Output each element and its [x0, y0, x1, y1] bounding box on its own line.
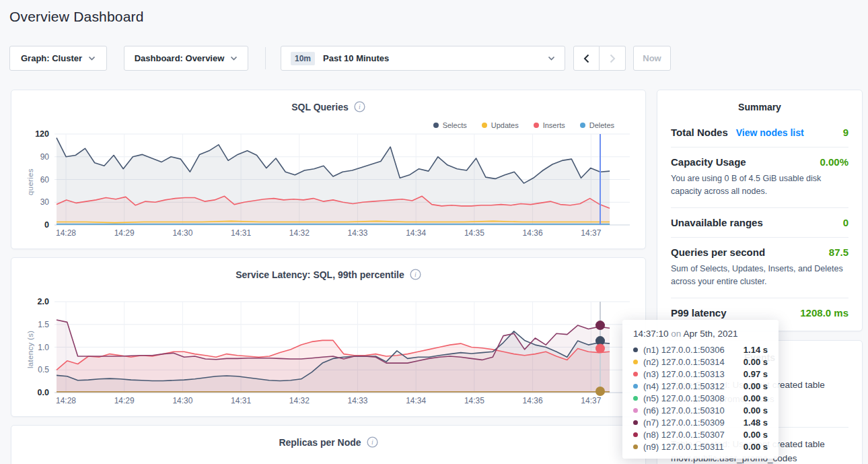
chevron-down-icon [88, 56, 96, 61]
summary-label: Queries per second [671, 246, 765, 258]
summary-value: 9 [843, 127, 848, 138]
tooltip-node-label: (n6) 127.0.0.1:50310 [643, 405, 744, 416]
tooltip-date: Apr 5th, 2021 [683, 329, 737, 339]
next-time-button[interactable] [600, 46, 626, 71]
tooltip-node-value: 1.48 s [744, 418, 768, 428]
tooltip-on: on [671, 329, 681, 339]
info-icon[interactable]: i [354, 101, 365, 112]
legend-item-deletes[interactable]: Deletes [580, 121, 614, 129]
view-nodes-list-link[interactable]: View nodes list [736, 127, 804, 138]
svg-text:i: i [371, 438, 373, 446]
time-range-label: Past 10 Minutes [323, 53, 540, 63]
tooltip-node-value: 0.00 s [744, 381, 768, 391]
svg-text:14:31: 14:31 [231, 228, 251, 238]
info-icon[interactable]: i [367, 436, 378, 448]
series-color-dot [633, 444, 638, 449]
summary-description: Sum of Selects, Updates, Inserts, and De… [671, 263, 848, 289]
svg-text:14:35: 14:35 [464, 228, 484, 238]
tooltip-node-row: (n4) 127.0.0.1:503120.00 s [633, 380, 768, 392]
legend-item-selects[interactable]: Selects [433, 121, 467, 129]
tooltip-node-row: (n8) 127.0.0.1:503070.00 s [633, 428, 768, 440]
series-color-dot [633, 347, 638, 352]
svg-text:14:28: 14:28 [56, 396, 76, 405]
series-color-dot [633, 360, 638, 364]
series-color-dot [633, 372, 638, 376]
svg-text:i: i [414, 271, 417, 278]
chart-title: Replicas per Node [279, 437, 361, 448]
svg-text:14:37: 14:37 [581, 396, 601, 405]
series-color-dot [433, 123, 439, 128]
dashboard-selector-dropdown[interactable]: Dashboard: Overview [124, 46, 248, 71]
dashboard-selector-label: Dashboard: Overview [135, 53, 225, 63]
latency-chart-card: Service Latency: SQL, 99th percentile i … [11, 257, 646, 417]
svg-text:14:28: 14:28 [56, 228, 76, 238]
svg-text:14:35: 14:35 [464, 396, 484, 405]
chart-legend: SelectsUpdatesInsertsDeletes [433, 121, 614, 129]
legend-item-inserts[interactable]: Inserts [534, 121, 565, 129]
overview-dashboard-page: Overview Dashboard Graph: Cluster Dashbo… [0, 0, 868, 464]
svg-text:14:33: 14:33 [347, 228, 367, 238]
chart-hover-tooltip: 14:37:10 on Apr 5th, 2021 (n1) 127.0.0.1… [622, 320, 779, 459]
svg-text:60: 60 [40, 175, 50, 185]
summary-label: P99 latency [671, 307, 727, 319]
summary-row-capacity: Capacity Usage 0.00% You are using 0 B o… [671, 147, 848, 208]
graph-selector-label: Graph: Cluster [21, 53, 82, 63]
svg-text:0.5: 0.5 [38, 365, 49, 374]
summary-label: Unavailable ranges [671, 217, 763, 228]
tooltip-node-label: (n2) 127.0.0.1:50314 [643, 357, 744, 367]
svg-text:120: 120 [35, 129, 49, 139]
svg-text:1.5: 1.5 [38, 320, 49, 329]
tooltip-node-row: (n9) 127.0.0.1:503110.00 s [633, 440, 768, 453]
tooltip-node-row: (n2) 127.0.0.1:503140.00 s [633, 356, 768, 368]
tooltip-node-value: 0.00 s [744, 430, 768, 440]
now-button[interactable]: Now [633, 46, 671, 71]
svg-text:14:34: 14:34 [406, 396, 426, 405]
summary-value: 0 [843, 217, 848, 228]
summary-label: Total Nodes [671, 127, 728, 138]
svg-text:14:36: 14:36 [523, 228, 543, 238]
summary-label: Capacity Usage [671, 156, 746, 168]
series-color-dot [633, 408, 638, 413]
tooltip-node-label: (n4) 127.0.0.1:50312 [643, 381, 744, 391]
arrow-right-icon [610, 54, 616, 63]
summary-value: 0.00% [820, 156, 848, 168]
info-icon[interactable]: i [410, 269, 421, 280]
summary-row-qps: Queries per second 87.5 Sum of Selects, … [671, 238, 848, 298]
svg-text:14:32: 14:32 [289, 396, 310, 405]
svg-text:1.0: 1.0 [38, 343, 49, 352]
sql-queries-chart-card: SQL Queries i SelectsUpdatesInsertsDelet… [11, 90, 646, 249]
sql-queries-chart[interactable]: 14:2814:2914:3014:3114:3214:3314:3414:35… [22, 129, 635, 240]
svg-text:14:34: 14:34 [406, 228, 426, 238]
summary-panel: Summary Total Nodes View nodes list 9 Ca… [657, 90, 863, 331]
graph-selector-dropdown[interactable]: Graph: Cluster [9, 46, 107, 71]
tooltip-node-value: 0.00 s [744, 405, 768, 416]
svg-text:90: 90 [40, 152, 50, 162]
legend-label: Updates [491, 121, 519, 129]
previous-time-button[interactable] [573, 46, 600, 71]
latency-chart[interactable]: 14:2814:2914:3014:3114:3214:3314:3414:35… [22, 297, 635, 408]
tooltip-node-value: 0.00 s [744, 442, 768, 452]
legend-label: Selects [443, 121, 467, 129]
series-color-dot [633, 384, 638, 389]
summary-value: 87.5 [829, 246, 848, 258]
tooltip-time: 14:37:10 [633, 329, 669, 339]
tooltip-node-label: (n5) 127.0.0.1:50308 [643, 393, 744, 403]
svg-text:14:37: 14:37 [581, 228, 601, 238]
tooltip-timestamp: 14:37:10 on Apr 5th, 2021 [633, 329, 768, 339]
legend-item-updates[interactable]: Updates [482, 121, 519, 129]
summary-description: You are using 0 B of 4.5 GiB usable disk… [671, 172, 848, 199]
svg-text:14:29: 14:29 [114, 396, 135, 405]
time-range-dropdown[interactable]: 10m Past 10 Minutes [281, 46, 565, 71]
svg-text:i: i [359, 103, 361, 110]
chevron-down-icon [230, 56, 238, 61]
summary-row-total-nodes: Total Nodes View nodes list 9 [671, 118, 848, 147]
series-color-dot [633, 432, 638, 437]
tooltip-node-label: (n8) 127.0.0.1:50307 [643, 430, 744, 440]
tooltip-node-value: 1.14 s [744, 345, 768, 355]
series-color-dot [633, 396, 638, 401]
tooltip-node-label: (n1) 127.0.0.1:50306 [643, 345, 744, 355]
svg-text:14:31: 14:31 [231, 396, 251, 405]
svg-text:14:32: 14:32 [289, 228, 310, 238]
time-range-badge: 10m [291, 52, 315, 65]
tooltip-node-value: 0.00 s [744, 357, 768, 367]
